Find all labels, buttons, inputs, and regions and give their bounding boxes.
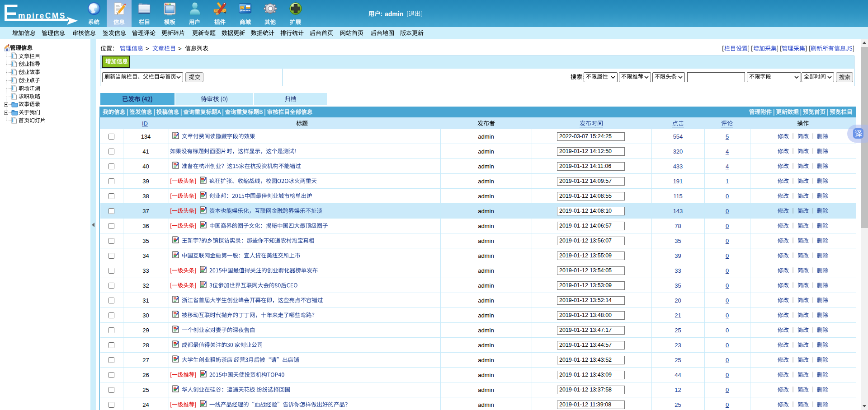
svg-text:mpireCMS: mpireCMS bbox=[18, 11, 66, 20]
